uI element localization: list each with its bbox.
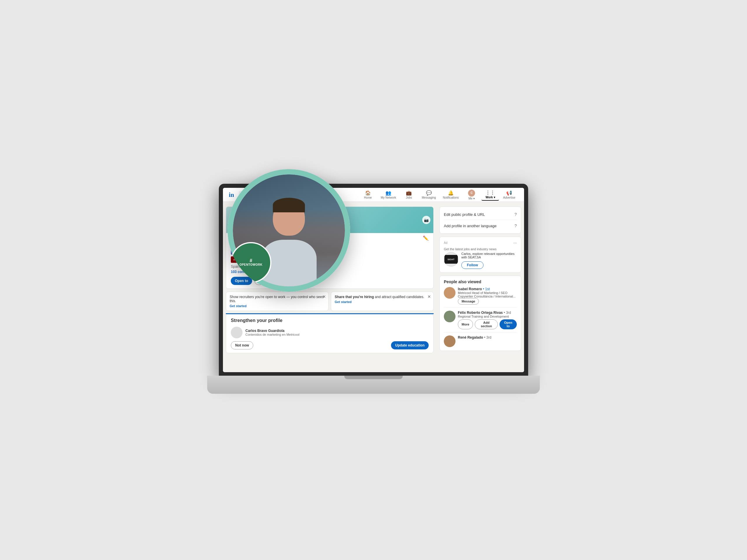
ad-options-button[interactable]: ···: [513, 240, 517, 245]
pav-name-1: Isabel Romero • 1st: [458, 287, 517, 291]
pav-actions-2: More Add section Open to: [458, 319, 517, 329]
recruiters-card-close[interactable]: ✕: [323, 294, 326, 299]
strengthen-avatar: [231, 327, 242, 338]
people-also-viewed-title: People also viewed: [444, 279, 517, 284]
home-icon: 🏠: [365, 190, 371, 196]
nav-item-my-network[interactable]: 👥 My Network: [378, 189, 399, 201]
open-to-work-avatar: # OPENTOWORK: [228, 169, 350, 292]
pav-avatar-3: [444, 336, 456, 347]
nav-item-messaging[interactable]: 💬 Messaging: [419, 189, 439, 201]
ad-card: Ad ··· Get the latest jobs and industry …: [439, 237, 521, 273]
pav-avatar-2: [444, 311, 456, 322]
strengthen-info: Carlos Bravo Guardiola Contenidos de mar…: [246, 329, 429, 336]
open-to-work-text: OPENTOWORK: [239, 263, 263, 267]
nav-label-work: Work ▾: [486, 196, 495, 199]
hiring-card-title: Share that you're hiring and attract qua…: [335, 295, 430, 299]
pav-info-1: Isabel Romero • 1st Metricool Head of Ma…: [458, 287, 517, 304]
hiring-get-started-link[interactable]: Get started: [335, 300, 430, 303]
nav-label-messaging: Messaging: [422, 196, 436, 199]
ad-label: Ad: [444, 241, 447, 244]
message-button-1[interactable]: Message: [458, 298, 479, 304]
nav-item-home[interactable]: 🏠 Home: [359, 189, 377, 201]
nav-label-home: Home: [364, 196, 372, 199]
strengthen-name: Carlos Bravo Guardiola: [246, 329, 429, 333]
notifications-icon: 🔔: [448, 190, 454, 196]
seat-logo-icon: SEAT: [444, 255, 458, 264]
ad-header: Ad ···: [444, 240, 517, 245]
otw-circle: # OPENTOWORK: [228, 169, 350, 292]
ad-description: Carlos, explore relevant opportunities w…: [461, 252, 517, 259]
right-sidebar: Edit public profile & URL ? Add profile …: [437, 202, 524, 372]
nav-label-me: Me ▾: [468, 197, 475, 200]
pav-title-sub-2: Regional Training and Development: [458, 315, 517, 318]
not-now-button[interactable]: Not now: [231, 341, 253, 349]
pav-avatar-1: [444, 287, 456, 299]
hash-symbol: #: [250, 259, 252, 263]
nav-items: 🏠 Home 👥 My Network 💼 Jobs 💬: [359, 188, 518, 201]
pav-info-3: René Regalado • 3rd: [458, 336, 517, 340]
follow-button[interactable]: Follow: [461, 261, 484, 269]
ad-content: Carlos, explore relevant opportunities w…: [461, 252, 517, 269]
pav-degree-1: • 1st: [483, 287, 490, 291]
pav-degree-2: • 3rd: [504, 311, 511, 315]
pav-person-3: René Regalado • 3rd: [444, 336, 517, 347]
strengthen-title: Strengthen your profile: [231, 318, 429, 323]
my-network-icon: 👥: [385, 190, 391, 196]
messaging-icon: 💬: [426, 190, 432, 196]
open-to-work-badge: # OPENTOWORK: [231, 242, 272, 283]
hiring-card: ✕ Share that you're hiring and attract q…: [331, 292, 434, 311]
nav-item-work[interactable]: ⋮⋮ Work ▾: [482, 189, 499, 201]
add-language-label: Add profile in another language: [444, 224, 497, 228]
nav-label-jobs: Jobs: [406, 196, 412, 199]
pav-degree-3: • 3rd: [484, 336, 491, 340]
recruiters-card: ✕ Show recruiters you're open to work — …: [226, 292, 329, 311]
nav-item-jobs[interactable]: 💼 Jobs: [400, 189, 417, 201]
recruiters-get-started-link[interactable]: Get started: [230, 304, 325, 308]
pav-name-2: Félix Roberto Ortega Rivas • 3rd: [458, 311, 517, 315]
advertise-icon: 📢: [506, 190, 512, 196]
strengthen-item: Carlos Bravo Guardiola Contenidos de mar…: [231, 327, 429, 338]
laptop-base: [207, 376, 540, 394]
nav-label-advertise: Advertise: [503, 196, 515, 199]
add-section-button-2[interactable]: Add section: [475, 319, 498, 329]
nav-label-notifications: Notifications: [443, 196, 459, 199]
open-to-button-2[interactable]: Open to: [499, 319, 517, 329]
strengthen-card: Strengthen your profile Carlos Bravo Gua…: [226, 314, 434, 353]
pav-title-sub-1: Metricool Head of Marketing / SEO Copywr…: [458, 291, 517, 298]
camera-button[interactable]: 📷: [422, 216, 430, 224]
recruiters-card-title: Show recruiters you're open to work — yo…: [230, 295, 325, 303]
pav-person-2: Félix Roberto Ortega Rivas • 3rd Regiona…: [444, 311, 517, 332]
hiring-card-close[interactable]: ✕: [428, 294, 431, 299]
me-avatar: C: [468, 190, 475, 196]
ad-body: SEAT Carlos, explore relevant opportunit…: [444, 252, 517, 269]
strengthen-sub: Contenidos de marketing en Metricool: [246, 333, 429, 336]
work-icon: ⋮⋮: [486, 190, 495, 195]
person-hair: [273, 198, 305, 212]
question-icon-2: ?: [514, 223, 517, 228]
profile-edit-button[interactable]: ✏️: [423, 235, 429, 241]
jobs-icon: 💼: [406, 190, 412, 196]
open-to-work-cards: ✕ Show recruiters you're open to work — …: [226, 292, 434, 311]
nav-item-me[interactable]: C Me ▾: [463, 188, 480, 201]
pav-name-3: René Regalado • 3rd: [458, 336, 517, 340]
add-profile-language-link[interactable]: Add profile in another language ?: [444, 222, 517, 230]
nav-item-advertise[interactable]: 📢 Advertise: [500, 189, 518, 201]
profile-links-section: Edit public profile & URL ? Add profile …: [439, 207, 521, 234]
nav-label-my-network: My Network: [381, 196, 396, 199]
pav-info-2: Félix Roberto Ortega Rivas • 3rd Regiona…: [458, 311, 517, 329]
people-also-viewed-card: People also viewed Isabel Romero • 1st: [439, 276, 521, 351]
ad-company-logo: SEAT: [444, 252, 458, 267]
nav-item-notifications[interactable]: 🔔 Notifications: [440, 189, 462, 201]
ad-tagline: Get the latest jobs and industry news: [444, 247, 517, 251]
question-icon-1: ?: [514, 212, 517, 217]
pav-person-1: Isabel Romero • 1st Metricool Head of Ma…: [444, 287, 517, 308]
more-button-2[interactable]: More: [458, 319, 473, 329]
strengthen-actions: Not now Update education: [231, 341, 429, 349]
edit-profile-label: Edit public profile & URL: [444, 212, 485, 217]
edit-public-profile-link[interactable]: Edit public profile & URL ?: [444, 210, 517, 220]
update-education-button[interactable]: Update education: [391, 341, 429, 349]
